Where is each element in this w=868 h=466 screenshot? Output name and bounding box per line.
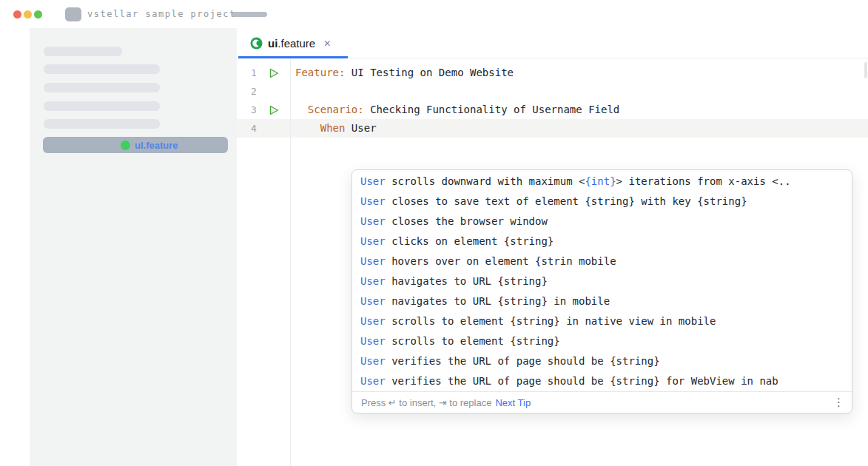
suggestion-item[interactable]: User closes the browser window — [352, 212, 852, 232]
gutter-space — [269, 82, 290, 101]
code-segment: User — [360, 375, 386, 387]
traffic-lights — [13, 10, 42, 18]
suggestion-item[interactable]: User verifies the URL of page should be … — [352, 371, 852, 391]
file-status-dot-icon — [121, 141, 130, 150]
code-text — [290, 82, 295, 101]
code-segment — [295, 122, 320, 134]
code-segment: hovers over on element {strin mobile — [386, 255, 616, 267]
editor-scrollbar[interactable] — [864, 62, 867, 78]
code-segment: verifies the URL of page should be {stri… — [386, 355, 660, 367]
code-segment: scrolls to element {string} — [386, 335, 560, 347]
code-segment: > iterations from x-axis <.. — [616, 175, 791, 187]
project-sidebar: ul.feature — [30, 28, 237, 466]
code-segment: Feature: — [295, 67, 345, 78]
code-line[interactable]: 2 — [237, 82, 868, 101]
line-number: 3 — [237, 101, 269, 119]
code-line[interactable]: 1Feature: UI Testing on Demo Website — [237, 64, 868, 82]
sidebar-placeholder-item — [44, 64, 160, 74]
code-segment: User — [345, 122, 376, 134]
code-segment: When — [320, 122, 346, 134]
gutter-space — [269, 119, 290, 138]
run-test-icon[interactable] — [269, 64, 290, 82]
code-segment: User — [360, 275, 386, 287]
sidebar-placeholder-item — [44, 83, 160, 92]
popup-menu-icon[interactable]: ⋮ — [833, 396, 844, 409]
editor-pane: ui.feature ✕ 1Feature: UI Testing on Dem… — [237, 28, 868, 466]
code-segment: User — [360, 255, 386, 267]
suggestion-item[interactable]: User clicks on element {string} — [352, 232, 852, 251]
suggestion-item[interactable]: User havigates to URL {string} — [352, 271, 852, 291]
code-segment: User — [360, 355, 386, 367]
suggestion-item[interactable]: User scrolls to element {string} in nati… — [352, 311, 852, 331]
tab-label: ui.feature — [268, 37, 315, 50]
code-segment: User — [360, 235, 386, 247]
code-segment — [295, 104, 308, 115]
cucumber-file-icon — [250, 37, 263, 50]
app-window-icon — [65, 7, 81, 21]
code-lines: 1Feature: UI Testing on Demo Website23 S… — [237, 64, 868, 138]
minimize-window-button[interactable] — [24, 10, 32, 18]
code-segment: closes the browser window — [386, 215, 548, 227]
suggestion-list: User scrolls downward with maximum <{int… — [352, 170, 852, 391]
suggestion-item[interactable]: User scrolls to element {string} — [352, 331, 852, 351]
code-segment: User — [360, 295, 386, 307]
suggestion-item[interactable]: User scrolls downward with maximum <{int… — [352, 172, 852, 192]
code-segment: Checking Functionality of Username Field — [364, 104, 620, 115]
line-number: 2 — [237, 82, 269, 101]
next-tip-link[interactable]: Next Tip — [495, 397, 531, 408]
run-test-icon[interactable] — [269, 101, 290, 119]
suggestion-item[interactable]: User verifies the URL of page should be … — [352, 351, 852, 371]
zoom-window-button[interactable] — [34, 10, 42, 18]
code-segment: User — [360, 175, 386, 187]
code-text: Feature: UI Testing on Demo Website — [290, 64, 514, 82]
code-segment: scrolls downward with maximum < — [386, 175, 585, 187]
code-segment: User — [360, 315, 386, 327]
suggestion-item[interactable]: User navigates to URL {string} in mobile — [352, 291, 852, 311]
code-text: Scenario: Checking Functionality of User… — [290, 101, 619, 119]
code-segment: {int} — [585, 175, 616, 187]
code-segment: User — [360, 335, 386, 347]
code-segment: havigates to URL {string} — [386, 275, 548, 287]
tab-ui-feature[interactable]: ui.feature ✕ — [238, 28, 340, 58]
code-segment: clicks on element {string} — [386, 235, 554, 247]
code-editor-area[interactable]: 1Feature: UI Testing on Demo Website23 S… — [237, 58, 868, 466]
code-segment: UI Testing on Demo Website — [345, 67, 514, 78]
suggestion-item[interactable]: User hovers over on element {strin mobil… — [352, 251, 852, 271]
code-segment: User — [360, 195, 386, 207]
suggestion-item[interactable]: User closes to save text of element {str… — [352, 192, 852, 212]
code-segment: User — [360, 215, 386, 227]
code-line[interactable]: 4 When User — [237, 119, 868, 138]
autocomplete-popup: User scrolls downward with maximum <{int… — [351, 169, 852, 413]
code-segment: closes to save text of element {string} … — [386, 195, 747, 207]
sidebar-item-label: ul.feature — [135, 140, 178, 151]
code-text: When User — [290, 119, 377, 138]
editor-tab-bar: ui.feature ✕ — [237, 28, 868, 58]
titlebar-placeholder-pill — [232, 12, 267, 17]
popup-footer: Press ↵ to insert, ⇥ to replace Next Tip… — [352, 391, 852, 413]
window-titlebar: vstellar sample project — [0, 0, 868, 28]
line-number: 1 — [237, 64, 269, 82]
sidebar-placeholder-item — [44, 119, 160, 129]
code-segment: scrolls to element {string} in native vi… — [386, 315, 716, 327]
sidebar-placeholder-item — [44, 101, 160, 111]
close-window-button[interactable] — [13, 10, 21, 18]
sidebar-placeholder-item — [44, 47, 122, 56]
popup-hint-text: Press ↵ to insert, ⇥ to replace — [361, 397, 491, 408]
code-line[interactable]: 3 Scenario: Checking Functionality of Us… — [237, 101, 868, 119]
tab-close-icon[interactable]: ✕ — [323, 38, 331, 49]
sidebar-item-feature-file-selected[interactable]: ul.feature — [43, 137, 228, 153]
code-segment: Scenario: — [308, 104, 364, 115]
code-segment: verifies the URL of page should be {stri… — [386, 375, 778, 387]
code-segment: navigates to URL {string} in mobile — [386, 295, 610, 307]
window-title: vstellar sample project — [87, 9, 236, 19]
line-number: 4 — [237, 119, 269, 138]
